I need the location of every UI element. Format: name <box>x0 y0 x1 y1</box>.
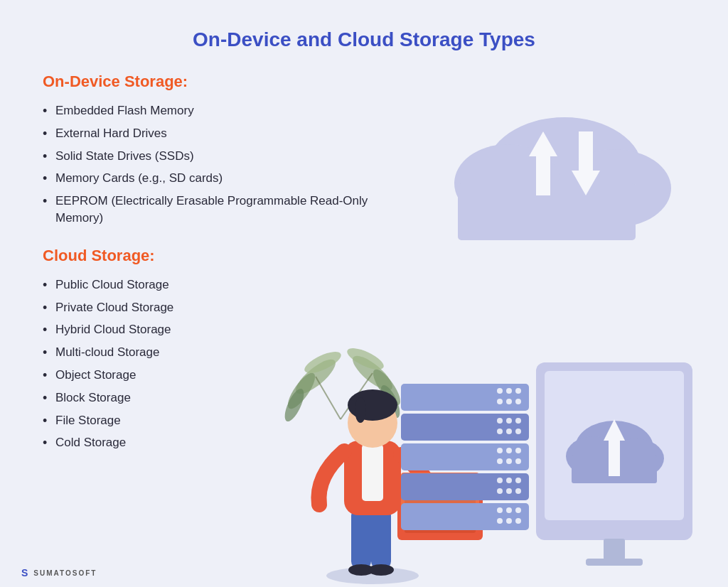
svg-rect-51 <box>401 473 529 500</box>
list-item: Object Storage <box>43 367 370 384</box>
list-item: External Hard Drives <box>43 125 370 142</box>
cloud-top-right <box>454 117 671 240</box>
logo-area: S SUMATOSOFT <box>21 567 97 578</box>
svg-point-31 <box>515 388 521 394</box>
left-panel: On-Device Storage: Embedded Flash Memory… <box>43 72 370 553</box>
list-item: Public Cloud Storage <box>43 276 370 294</box>
svg-point-33 <box>497 388 503 394</box>
svg-point-57 <box>497 488 503 494</box>
on-device-heading: On-Device Storage: <box>43 72 370 91</box>
monitor <box>536 362 692 566</box>
svg-point-48 <box>515 458 521 464</box>
list-item: Hybrid Cloud Storage <box>43 321 370 338</box>
list-item: EEPROM (Electrically Erasable Programmab… <box>43 193 370 227</box>
list-item: Private Cloud Storage <box>43 299 370 316</box>
svg-point-39 <box>506 418 512 424</box>
server-stack <box>401 384 529 530</box>
list-item: Solid State Drives (SSDs) <box>43 148 370 165</box>
on-device-list: Embedded Flash Memory External Hard Driv… <box>43 102 370 227</box>
svg-point-56 <box>506 488 512 494</box>
list-item: Embedded Flash Memory <box>43 102 370 119</box>
svg-rect-18 <box>371 508 391 569</box>
svg-point-47 <box>497 448 503 453</box>
svg-point-52 <box>515 478 521 483</box>
svg-point-40 <box>497 418 503 424</box>
svg-point-38 <box>515 418 521 424</box>
svg-rect-37 <box>401 414 529 441</box>
svg-point-43 <box>497 429 503 434</box>
svg-rect-30 <box>401 384 529 411</box>
logo-text: SUMATOSOFT <box>33 569 97 577</box>
svg-point-34 <box>515 399 521 404</box>
list-item: Multi-cloud Storage <box>43 344 370 361</box>
svg-point-20 <box>368 564 394 576</box>
svg-point-64 <box>497 518 503 524</box>
list-item: File Storage <box>43 412 370 429</box>
svg-point-54 <box>497 478 503 483</box>
cloud-list: Public Cloud Storage Private Cloud Stora… <box>43 276 370 451</box>
logo-symbol: S <box>21 567 29 578</box>
svg-point-49 <box>506 458 512 464</box>
list-item: Block Storage <box>43 389 370 406</box>
list-item: Cold Storage <box>43 434 370 451</box>
svg-point-45 <box>515 448 521 453</box>
svg-point-50 <box>497 458 503 464</box>
page-container: On-Device and Cloud Storage Types On-Dev… <box>0 0 728 587</box>
svg-point-60 <box>506 507 512 513</box>
svg-point-42 <box>506 429 512 434</box>
svg-rect-73 <box>586 559 643 566</box>
svg-rect-58 <box>401 503 529 530</box>
page-title: On-Device and Cloud Storage Types <box>43 28 685 51</box>
svg-point-32 <box>506 388 512 394</box>
svg-point-55 <box>515 488 521 494</box>
svg-point-61 <box>497 507 503 513</box>
svg-rect-72 <box>604 539 625 560</box>
svg-point-36 <box>497 399 503 404</box>
svg-point-46 <box>506 448 512 453</box>
svg-point-62 <box>515 518 521 524</box>
list-item: Memory Cards (e.g., SD cards) <box>43 170 370 187</box>
svg-point-41 <box>515 429 521 434</box>
content-area: On-Device Storage: Embedded Flash Memory… <box>43 72 685 553</box>
svg-point-35 <box>506 399 512 404</box>
svg-point-63 <box>506 518 512 524</box>
svg-point-59 <box>515 507 521 513</box>
svg-rect-44 <box>401 443 529 470</box>
svg-point-53 <box>506 478 512 483</box>
cloud-heading: Cloud Storage: <box>43 247 370 265</box>
